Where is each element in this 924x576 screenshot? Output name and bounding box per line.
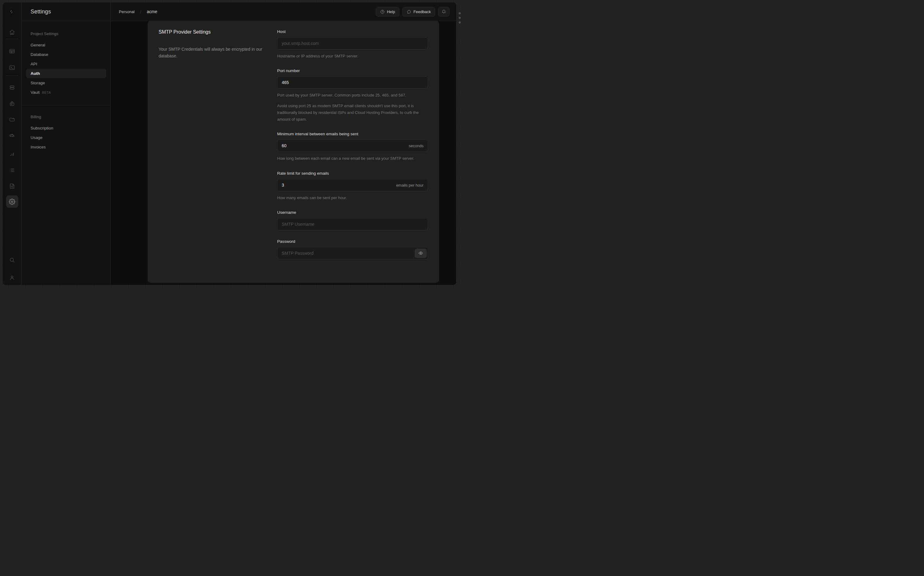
icon-rail (3, 2, 22, 285)
sidebar-divider (22, 105, 110, 106)
sidebar-item-vault[interactable]: Vault BETA (26, 88, 106, 97)
functions-orbit-icon[interactable] (6, 129, 18, 141)
sidebar-item-storage[interactable]: Storage (26, 78, 106, 88)
eye-icon (418, 251, 423, 256)
username-label: Username (277, 210, 428, 215)
section-title: SMTP Provider Settings (159, 29, 268, 35)
help-circle-icon (380, 10, 385, 14)
rate-limit-helper: How many emails can be sent per hour. (277, 195, 428, 201)
breadcrumb-project[interactable]: acme (147, 9, 157, 14)
settings-sidebar-header: Settings (22, 2, 110, 21)
password-field: Password (277, 239, 428, 259)
bell-icon (442, 10, 446, 14)
docs-file-icon[interactable] (6, 180, 18, 192)
rate-limit-input[interactable] (277, 179, 428, 191)
port-input[interactable] (277, 76, 428, 88)
top-bar: Personal / acme Help Feedback (111, 2, 456, 21)
username-field: Username (277, 210, 428, 230)
username-input[interactable] (277, 218, 428, 230)
main-area: Personal / acme Help Feedback (111, 2, 456, 285)
help-button[interactable]: Help (376, 7, 399, 16)
toggle-password-visibility-button[interactable] (415, 249, 426, 258)
smtp-settings-card: SMTP Provider Settings Your SMTP Credent… (147, 21, 439, 283)
port-label: Port number (277, 69, 428, 73)
smtp-form: Host Hostname or IP address of your SMTP… (277, 29, 428, 268)
logs-list-icon[interactable] (6, 164, 18, 176)
feedback-button[interactable]: Feedback (402, 7, 435, 16)
app-window: Settings Project Settings General Databa… (3, 2, 456, 285)
sidebar-item-general[interactable]: General (26, 40, 106, 50)
section-description: Your SMTP Credentials will always be enc… (159, 46, 266, 59)
notifications-button[interactable] (438, 7, 450, 16)
host-field: Host Hostname or IP address of your SMTP… (277, 29, 428, 59)
breadcrumb: Personal / acme (119, 9, 157, 14)
min-interval-label: Minimum interval between emails being se… (277, 132, 428, 136)
port-helper-1: Port used by your SMTP server. Common po… (277, 92, 428, 99)
chat-bubble-icon (407, 10, 411, 14)
terminal-icon[interactable] (6, 61, 18, 74)
settings-sidebar: Settings Project Settings General Databa… (22, 2, 110, 285)
host-input[interactable] (277, 37, 428, 50)
min-interval-field: Minimum interval between emails being se… (277, 132, 428, 162)
page-title: Settings (30, 8, 51, 15)
reports-chart-icon[interactable] (6, 148, 18, 160)
home-icon[interactable] (6, 26, 18, 38)
sidebar-item-database[interactable]: Database (26, 50, 106, 59)
breadcrumb-separator: / (140, 9, 141, 14)
host-helper: Hostname or IP address of your SMTP serv… (277, 53, 428, 59)
host-label: Host (277, 29, 428, 34)
password-input[interactable] (277, 247, 428, 259)
sidebar-item-auth[interactable]: Auth (26, 69, 106, 78)
min-interval-helper: How long between each email can a new em… (277, 155, 428, 162)
rail-divider (6, 75, 18, 76)
search-icon[interactable] (6, 254, 18, 266)
sidebar-item-invoices[interactable]: Invoices (26, 142, 106, 152)
billing-group-title: Billing (26, 115, 106, 119)
gear-icon[interactable] (6, 195, 18, 208)
sidebar-item-api[interactable]: API (26, 59, 106, 69)
min-interval-input[interactable] (277, 139, 428, 152)
port-helper-2: Avoid using port 25 as modern SMTP email… (277, 102, 428, 123)
user-icon[interactable] (6, 272, 18, 284)
storage-folder-icon[interactable] (6, 113, 18, 125)
rate-limit-field: Rate limit for sending emails emails per… (277, 171, 428, 201)
breadcrumb-org[interactable]: Personal (119, 10, 135, 14)
project-settings-group-title: Project Settings (26, 32, 106, 36)
rate-limit-label: Rate limit for sending emails (277, 171, 428, 176)
table-icon[interactable] (6, 45, 18, 57)
database-icon[interactable] (6, 81, 18, 93)
sidebar-item-subscription[interactable]: Subscription (26, 123, 106, 133)
window-frame-dots (459, 12, 461, 24)
supabase-logo[interactable] (8, 8, 16, 18)
beta-badge: BETA (42, 91, 51, 94)
rail-divider (6, 39, 18, 39)
port-field: Port number Port used by your SMTP serve… (277, 69, 428, 123)
auth-lock-icon[interactable] (6, 98, 18, 110)
password-label: Password (277, 239, 428, 244)
sidebar-item-usage[interactable]: Usage (26, 133, 106, 142)
